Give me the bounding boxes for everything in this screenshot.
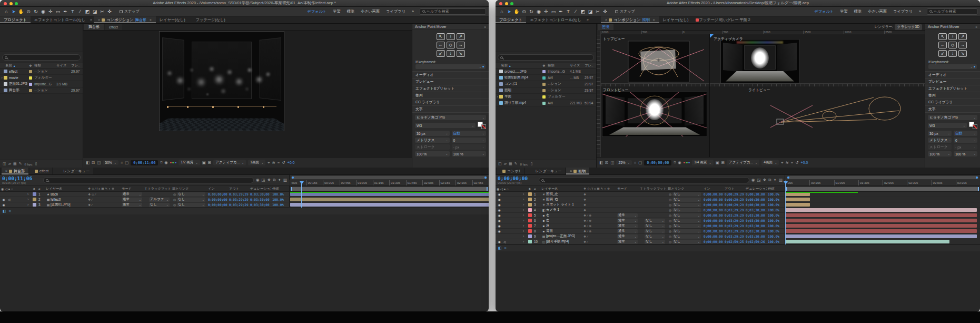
horizontal-scale-field[interactable]: 100 %⌄ <box>452 151 487 156</box>
snapshot-icon[interactable]: ⌑ <box>674 160 676 165</box>
snap-toggle[interactable]: スナップ <box>615 9 635 14</box>
help-search-input[interactable]: ヘルプを検索 <box>420 8 486 15</box>
safe-margins-icon[interactable]: ⌗ <box>634 160 636 165</box>
viewer-tab[interactable]: effect <box>105 24 122 30</box>
view-select[interactable]: アクティブカ...⌄ <box>727 160 759 165</box>
anchor-arrow-button[interactable]: ↑ <box>948 33 957 40</box>
expand-arrow-icon[interactable]: › <box>523 240 524 243</box>
item-label-chip[interactable] <box>542 95 546 99</box>
clone-stamp-tool[interactable]: ◩ <box>84 7 91 16</box>
timeline-search-input[interactable] <box>539 177 749 183</box>
anchor-arrow-button[interactable]: ◇ <box>948 42 957 48</box>
item-label-chip[interactable] <box>29 70 32 73</box>
track-matte-select[interactable]: なし⌄ <box>645 229 665 233</box>
layer-color-chip[interactable] <box>528 240 532 243</box>
anchor-arrow-button[interactable]: ↖ <box>437 33 445 40</box>
anchor-arrow-button[interactable]: ↗ <box>958 33 967 40</box>
new-composition-icon[interactable]: ▦ <box>509 162 512 166</box>
project-search-input[interactable] <box>2 54 81 61</box>
time-ruler[interactable]: :00s00:15s00:30s00:45s01:00s01:15s01:30s… <box>290 180 489 185</box>
pickwhip-icon[interactable]: ◎ <box>669 213 671 217</box>
anchor-arrow-button[interactable]: ← <box>938 42 947 48</box>
anchor-arrow-button[interactable]: ↙ <box>437 50 445 57</box>
expand-arrow-icon[interactable]: › <box>27 203 28 207</box>
expand-arrow-icon[interactable]: › <box>523 229 524 233</box>
fill-stroke-swatches[interactable] <box>478 122 486 129</box>
panel-menu-icon[interactable]: ≡ <box>653 18 655 22</box>
layer-color-chip[interactable] <box>528 234 532 238</box>
workspace-tab[interactable]: 標準 <box>851 9 865 14</box>
selection-tool[interactable]: ➤ <box>506 7 513 16</box>
viewer-timecode[interactable]: 0;00;00;00 <box>644 160 671 165</box>
project-item-row[interactable]: 踊り手順.mp4 AVI 221 MB 59.94 <box>496 100 596 106</box>
viewer-tab[interactable]: 舞台形 <box>84 24 104 30</box>
draft-3d-icon[interactable]: ◳ <box>261 178 265 183</box>
timeline-button-icon[interactable]: ≡ <box>791 160 793 165</box>
show-snapshot-icon[interactable]: ◉ <box>164 160 168 165</box>
close-window-button[interactable] <box>4 2 7 5</box>
sidebar-panel-header[interactable]: CC ライブラリ <box>925 99 980 105</box>
hide-shy-layers-icon[interactable]: ❖ <box>763 178 767 183</box>
layer-duration-bar[interactable] <box>786 229 977 233</box>
audio-icon[interactable]: ◁ <box>6 198 12 201</box>
expand-arrow-icon[interactable]: › <box>523 203 524 207</box>
blend-mode-select[interactable]: 通常⌄ <box>617 240 638 244</box>
transparency-grid-icon[interactable]: ⊞ <box>208 160 211 165</box>
tab-effect-controls[interactable]: エフェクトコントロール(なし <box>31 16 89 23</box>
close-icon[interactable]: × <box>5 169 7 173</box>
anchor-arrow-button[interactable]: → <box>457 42 465 48</box>
layer-color-chip[interactable] <box>33 192 36 196</box>
interpret-footage-icon[interactable]: ◫ <box>3 162 6 166</box>
layer-duration-bar[interactable] <box>786 240 949 243</box>
project-item-row[interactable]: コンポ1 ...ション 29.97 <box>496 81 596 87</box>
eraser-tool[interactable]: ◪ <box>587 7 594 16</box>
close-icon[interactable]: × <box>605 17 607 22</box>
mask-path-visibility-icon[interactable]: ▢ <box>125 160 128 165</box>
sidebar-panel-header[interactable]: 文字 <box>925 105 980 112</box>
tab-project[interactable]: プロジェクト <box>0 16 31 23</box>
selection-tool[interactable]: ➤ <box>10 7 17 16</box>
anchor-point-mover-panel-header[interactable]: Anchor Point Mover≡ <box>925 24 980 30</box>
expand-arrow-icon[interactable]: › <box>523 192 524 196</box>
parent-select[interactable]: なし⌄ <box>177 192 205 197</box>
type-tool[interactable]: T <box>69 7 76 16</box>
timeline-tab[interactable]: × 舞台形 <box>2 168 28 174</box>
zoom-tool[interactable]: ⊙ <box>25 7 32 16</box>
eye-icon[interactable]: ◉ <box>497 203 502 207</box>
anchor-arrow-button[interactable]: → <box>958 42 967 48</box>
anchor-arrow-button[interactable]: ↓ <box>948 50 957 57</box>
flowchart-button-icon[interactable]: ↺ <box>795 160 798 165</box>
project-search-input[interactable] <box>498 54 594 61</box>
layer-row[interactable]: ◉◁ › 9 ▤[projec....正面.JPG] ❖∕ 通常⌄ なし⌄ ◎な… <box>496 234 980 239</box>
sidebar-panel-header[interactable]: エフェクト&プリセット <box>412 85 489 92</box>
layer-color-chip[interactable] <box>528 219 532 222</box>
item-label-chip[interactable] <box>29 89 32 92</box>
close-window-button[interactable] <box>499 2 502 5</box>
font-family-select[interactable]: ヒラギノ角ゴ Pro⌄ <box>415 115 486 120</box>
workspace-tab[interactable]: ライブラリ <box>890 9 916 14</box>
tab-footage[interactable]: フッテージ(なし) <box>189 16 229 23</box>
sidebar-panel-header[interactable]: 文字 <box>412 105 489 112</box>
vertical-scale-field[interactable]: 100 %⌄ <box>415 151 450 156</box>
track-matte-select[interactable]: なし⌄ <box>645 234 665 239</box>
blend-mode-select[interactable]: 通常⌄ <box>617 229 638 233</box>
kerning-select[interactable]: メトリクス⌄ <box>928 138 952 143</box>
work-area-bar[interactable] <box>786 187 979 191</box>
parent-select[interactable]: なし⌄ <box>177 203 205 207</box>
sidebar-panel-header[interactable]: オーディオ <box>925 71 980 78</box>
roto-brush-tool[interactable]: ✂ <box>98 7 106 16</box>
tab-overflow-icon[interactable]: » <box>88 18 94 22</box>
clone-stamp-tool[interactable]: ◩ <box>579 7 587 16</box>
titlebar[interactable]: Adobe After Effects 2020 - /Volumes/somo… <box>0 0 489 7</box>
fill-stroke-swatches[interactable] <box>969 122 977 129</box>
exposure-value[interactable]: +0.0 <box>288 161 295 164</box>
hand-tool[interactable]: ✋ <box>17 7 25 16</box>
blend-mode-select[interactable]: 通常⌄ <box>122 198 142 202</box>
fast-previews-icon[interactable]: ≋ <box>272 160 275 165</box>
view-select[interactable]: アクティブカ...⌄ <box>213 160 246 165</box>
track-camera-tool[interactable]: ◉ <box>535 7 542 16</box>
stroke-width-field[interactable]: ストローク <box>415 144 450 150</box>
playhead[interactable] <box>301 182 302 208</box>
pickwhip-icon[interactable]: ◎ <box>669 219 671 222</box>
flowchart-button-icon[interactable]: ↺ <box>282 160 285 165</box>
